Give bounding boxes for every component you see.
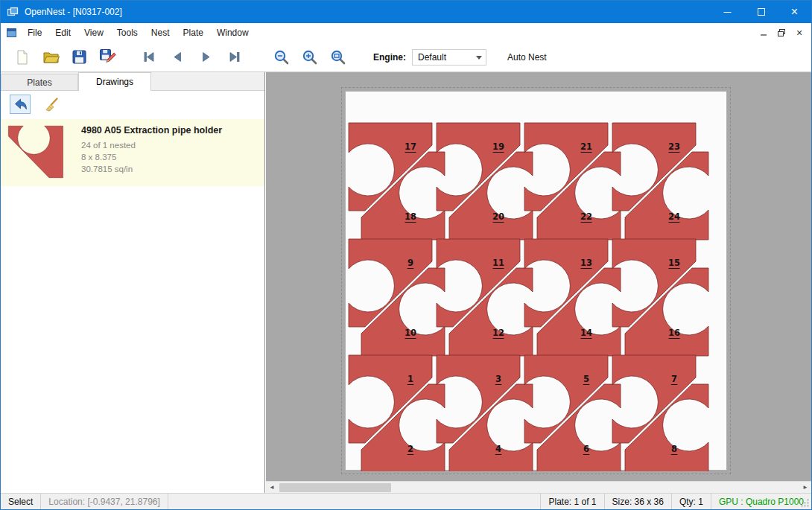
drawing-area: 30.7815 sq/in: [81, 163, 222, 175]
go-last-button[interactable]: [223, 46, 245, 68]
menu-tools[interactable]: Tools: [110, 24, 145, 42]
svg-text:24: 24: [668, 211, 680, 222]
zoom-in-icon: [302, 49, 318, 66]
svg-text:18: 18: [405, 211, 416, 222]
zoom-in-button[interactable]: [299, 46, 321, 68]
plate-parts-svg[interactable]: 171819202122232491011121314151612345678: [346, 92, 728, 471]
close-icon: ×: [791, 5, 798, 19]
mdi-controls: ×: [755, 23, 808, 42]
mdi-close-button[interactable]: ×: [791, 25, 808, 40]
svg-text:11: 11: [492, 258, 504, 268]
status-bar: Select Location: [-0.9437, 21.8796] Plat…: [1, 493, 811, 509]
menu-view[interactable]: View: [77, 24, 110, 42]
open-folder-icon: [42, 48, 60, 66]
zoom-fit-icon: [330, 49, 346, 66]
next-arrow-icon: [199, 50, 213, 64]
svg-text:4: 4: [495, 444, 501, 454]
svg-text:16: 16: [668, 328, 680, 338]
mdi-restore-button[interactable]: [773, 25, 790, 40]
menu-bar: File Edit View Tools Nest Plate Window ×: [1, 23, 811, 42]
maximize-button[interactable]: [744, 1, 778, 23]
open-button[interactable]: [39, 46, 62, 68]
go-next-button[interactable]: [194, 46, 217, 68]
svg-text:10: 10: [405, 328, 416, 338]
save-edit-icon: [99, 48, 116, 66]
svg-text:19: 19: [492, 141, 504, 152]
new-page-icon: [14, 49, 31, 66]
status-qty: Qty: 1: [671, 494, 711, 509]
save-button[interactable]: [68, 46, 90, 68]
first-arrow-icon: [142, 50, 156, 64]
menu-window[interactable]: Window: [210, 24, 256, 42]
sidebar-tabstrip: Plates Drawings: [1, 72, 264, 91]
menu-file[interactable]: File: [21, 24, 48, 42]
resize-grip-icon[interactable]: [800, 498, 810, 508]
scroll-right-arrow-icon[interactable]: ►: [799, 482, 811, 494]
svg-text:15: 15: [668, 258, 680, 268]
go-first-button[interactable]: [138, 46, 160, 68]
go-previous-button[interactable]: [166, 46, 188, 68]
zoom-out-button[interactable]: [270, 46, 293, 68]
broom-icon: [44, 97, 60, 112]
drawing-dimensions: 8 x 8.375: [81, 151, 222, 163]
tab-drawings[interactable]: Drawings: [78, 72, 151, 91]
zoom-out-icon: [273, 49, 290, 66]
drawing-list-item[interactable]: 4980 A05 Extraction pipe holder 24 of 1 …: [1, 119, 264, 186]
engine-label: Engine:: [373, 52, 406, 63]
status-size: Size: 36 x 36: [604, 494, 671, 509]
new-button[interactable]: [11, 46, 34, 68]
svg-text:17: 17: [405, 141, 416, 152]
engine-select[interactable]: Default: [412, 49, 486, 66]
status-gpu: GPU : Quadro P1000: [711, 494, 811, 509]
svg-text:21: 21: [580, 141, 592, 152]
main-toolbar: Engine: Default Auto Nest: [1, 42, 811, 72]
status-location: Location: [-0.9437, 21.8796]: [41, 494, 168, 509]
save-as-button[interactable]: [96, 46, 118, 68]
document-window-icon[interactable]: [6, 27, 18, 39]
svg-text:13: 13: [580, 258, 592, 268]
scroll-left-arrow-icon[interactable]: ◄: [266, 482, 278, 494]
chevron-down-icon: [476, 56, 482, 60]
previous-arrow-icon: [171, 50, 185, 64]
engine-value: Default: [418, 52, 446, 63]
svg-text:3: 3: [495, 374, 501, 384]
svg-text:8: 8: [671, 444, 677, 454]
scrollbar-thumb[interactable]: [279, 483, 391, 492]
svg-text:23: 23: [668, 141, 680, 152]
last-arrow-icon: [227, 50, 241, 64]
drawing-title: 4980 A05 Extraction pipe holder: [81, 125, 222, 136]
drawings-toolbar: [1, 91, 264, 118]
svg-text:12: 12: [492, 328, 504, 338]
zoom-fit-button[interactable]: [327, 46, 349, 68]
svg-text:6: 6: [583, 444, 589, 454]
menu-edit[interactable]: Edit: [48, 24, 77, 42]
svg-text:1: 1: [407, 374, 413, 384]
drawing-item-text: 4980 A05 Extraction pipe holder 24 of 1 …: [81, 124, 222, 182]
clean-button[interactable]: [41, 95, 62, 114]
tab-plates[interactable]: Plates: [1, 74, 78, 90]
app-window: OpenNest - [N0317-002] × File Edit View …: [0, 0, 812, 510]
svg-text:20: 20: [492, 211, 504, 222]
title-bar: OpenNest - [N0317-002] ×: [1, 1, 811, 23]
mdi-minimize-button[interactable]: [755, 25, 772, 40]
svg-text:22: 22: [580, 211, 592, 222]
menu-plate[interactable]: Plate: [177, 24, 210, 42]
nest-canvas[interactable]: 171819202122232491011121314151612345678: [266, 72, 811, 481]
svg-text:5: 5: [583, 374, 589, 384]
close-button[interactable]: ×: [778, 1, 811, 23]
window-title: OpenNest - [N0317-002]: [25, 7, 122, 17]
menu-nest[interactable]: Nest: [145, 24, 177, 42]
drawing-nested-count: 24 of 1 nested: [81, 139, 222, 151]
svg-text:7: 7: [671, 374, 677, 384]
return-to-list-button[interactable]: [10, 95, 31, 114]
maximize-icon: [758, 8, 765, 16]
status-plate: Plate: 1 of 1: [540, 494, 603, 509]
part-thumbnail: [7, 124, 72, 182]
mdi-close-icon: ×: [796, 27, 802, 39]
svg-text:9: 9: [407, 258, 413, 268]
minimize-button[interactable]: [711, 1, 744, 23]
status-mode: Select: [1, 494, 41, 509]
plate[interactable]: 171819202122232491011121314151612345678: [345, 91, 727, 471]
auto-nest-button[interactable]: Auto Nest: [503, 49, 551, 66]
horizontal-scrollbar[interactable]: ◄ ►: [266, 481, 811, 493]
